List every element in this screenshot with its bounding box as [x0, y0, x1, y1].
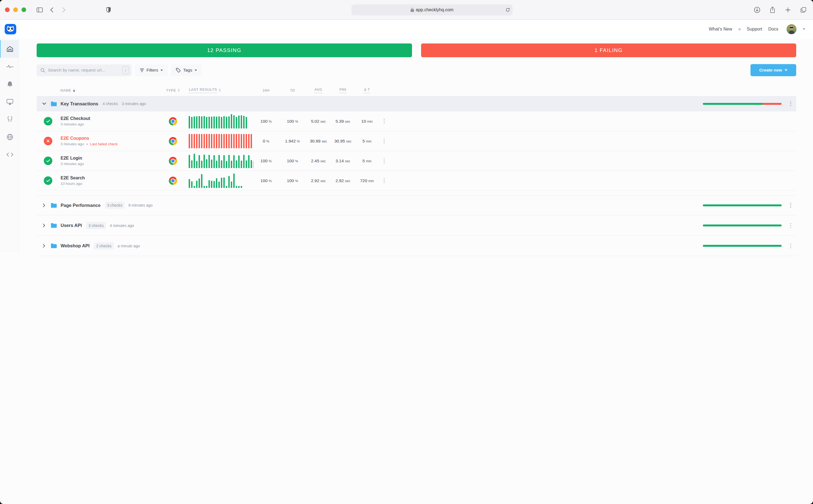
- check-name[interactable]: E2E Checkout: [56, 116, 163, 121]
- sidebar-item-alerts[interactable]: [0, 75, 19, 93]
- group-check-count: 3 checks: [105, 202, 124, 209]
- forward-button[interactable]: [59, 5, 69, 15]
- check-row-e2e-login[interactable]: E2E Login 3 minutes ago 100% 100% 2.45se…: [37, 151, 406, 171]
- check-time: 3 minutes ago: [61, 142, 84, 146]
- sidebar-toggle-icon[interactable]: [35, 5, 44, 15]
- search-input[interactable]: [48, 68, 119, 73]
- checkly-logo[interactable]: [4, 24, 17, 34]
- dashboard-main: 12 PASSING 1 FAILING / Filters Tags: [19, 39, 406, 252]
- column-p95[interactable]: P95: [331, 87, 355, 93]
- tags-button[interactable]: Tags: [171, 64, 202, 76]
- column-24h[interactable]: 24H: [253, 88, 279, 92]
- chevron-right-icon[interactable]: [42, 204, 47, 207]
- code-icon: [6, 152, 13, 157]
- check-row-e2e-coupons[interactable]: E2E Coupons 3 minutes ago Last failed ch…: [37, 131, 406, 151]
- monitor-icon: [7, 99, 13, 105]
- bell-icon: [7, 81, 13, 87]
- toolbar: / Filters Tags Create new: [37, 64, 406, 76]
- column-avg[interactable]: AVG: [306, 87, 331, 93]
- filters-caret-icon: [160, 70, 163, 71]
- sidebar-item-runtimes[interactable]: [0, 146, 19, 163]
- stat-delta-t: 10min: [355, 119, 379, 124]
- chevron-down-icon[interactable]: [42, 103, 47, 105]
- stat-p95: 2.92sec: [331, 178, 355, 183]
- stat-7d: 100%: [279, 158, 306, 163]
- group-row-users-api[interactable]: Users API 3 checks 4 minutes ago: [37, 215, 406, 236]
- chevron-right-icon[interactable]: [42, 224, 47, 227]
- check-row-e2e-checkout[interactable]: E2E Checkout 3 minutes ago 100% 100% 5.0…: [37, 111, 406, 131]
- check-time: 3 minutes ago: [61, 162, 84, 166]
- stat-avg: 2.45sec: [306, 158, 331, 163]
- stat-7d: 1.942%: [279, 139, 306, 144]
- group-name: Key Transactions: [61, 101, 98, 106]
- group-updated: 4 minutes ago: [110, 223, 134, 228]
- privacy-shield-icon[interactable]: [104, 5, 113, 15]
- zoom-window-button[interactable]: [21, 7, 26, 12]
- minimize-window-button[interactable]: [13, 7, 18, 12]
- window-controls: [5, 7, 26, 12]
- status-banners: 12 PASSING 1 FAILING: [37, 43, 406, 57]
- column-name[interactable]: NAME: [56, 88, 163, 92]
- kebab-menu-icon[interactable]: [379, 178, 390, 183]
- stat-delta-t: 720min: [355, 178, 379, 183]
- sidebar-item-private-locations[interactable]: [0, 128, 19, 146]
- sidebar-item-maintenance[interactable]: [0, 111, 19, 128]
- status-passing-icon: [44, 176, 52, 185]
- chevron-right-icon[interactable]: [42, 244, 47, 248]
- dot-separator: [86, 144, 88, 145]
- passing-banner[interactable]: 12 PASSING: [37, 43, 406, 57]
- folder-icon: [51, 243, 57, 248]
- results-sparkline[interactable]: [183, 114, 253, 128]
- results-sparkline[interactable]: [183, 154, 253, 168]
- table-header: NAME TYPE LAST RESULTS 24H 7D AVG P95 Δ …: [37, 84, 406, 96]
- group-updated: 3 minutes ago: [122, 102, 146, 106]
- sidebar-item-home[interactable]: [0, 40, 19, 58]
- check-row-e2e-search[interactable]: E2E Search 10 hours ago 100% 100% 2.92se…: [37, 171, 406, 191]
- stat-avg: 2.92sec: [306, 178, 331, 183]
- check-name[interactable]: E2E Search: [56, 176, 163, 180]
- chrome-browser-icon: [169, 157, 177, 165]
- filters-button[interactable]: Filters: [135, 64, 168, 76]
- home-icon: [7, 46, 13, 52]
- stat-24h: 100%: [253, 119, 279, 124]
- close-window-button[interactable]: [5, 7, 10, 12]
- search-icon: [40, 68, 45, 73]
- column-delta-t[interactable]: Δ T: [355, 87, 379, 93]
- sort-icon: [177, 89, 180, 92]
- column-7d[interactable]: 7D: [279, 88, 306, 92]
- back-button[interactable]: [47, 5, 56, 15]
- status-passing-icon: [44, 117, 52, 125]
- browser-toolbar: app.checklyhq.com: [0, 0, 406, 20]
- status-failing-icon: [44, 137, 52, 145]
- check-name[interactable]: E2E Coupons: [56, 136, 163, 141]
- sidebar-item-dashboards[interactable]: [0, 93, 19, 111]
- column-last-results[interactable]: LAST RESULTS: [183, 87, 253, 93]
- chrome-browser-icon: [169, 117, 177, 125]
- results-sparkline[interactable]: [183, 134, 253, 148]
- group-name: Webshop API: [61, 243, 89, 248]
- kebab-menu-icon[interactable]: [379, 119, 390, 124]
- address-bar[interactable]: app.checklyhq.com: [351, 4, 406, 15]
- folder-icon: [51, 223, 57, 228]
- kebab-menu-icon[interactable]: [379, 139, 390, 144]
- group-row-webshop-api[interactable]: Webshop API 2 checks a minute ago: [37, 236, 406, 252]
- column-type[interactable]: TYPE: [163, 88, 183, 92]
- sort-icon: [219, 89, 221, 92]
- group-row-page-performance[interactable]: Page Performance 3 checks 8 minutes ago: [37, 195, 406, 215]
- sidebar-item-checks[interactable]: [0, 58, 19, 75]
- wrench-icon: [7, 116, 13, 122]
- group-check-count: 2 checks: [94, 242, 113, 250]
- group-row-key-transactions[interactable]: Key Transactions 4 checks 3 minutes ago: [37, 96, 406, 111]
- group-check-count: 3 checks: [86, 222, 106, 229]
- filter-icon: [140, 69, 144, 72]
- tags-label: Tags: [183, 68, 192, 73]
- search-box[interactable]: /: [37, 64, 132, 76]
- results-sparkline[interactable]: [183, 174, 253, 188]
- check-name[interactable]: E2E Login: [56, 156, 163, 161]
- kebab-menu-icon[interactable]: [379, 158, 390, 163]
- last-failed-check-link[interactable]: Last failed check: [90, 142, 118, 146]
- folder-icon: [51, 203, 57, 208]
- globe-icon: [7, 134, 13, 140]
- chrome-browser-icon: [169, 177, 177, 185]
- stat-delta-t: 5min: [355, 139, 379, 144]
